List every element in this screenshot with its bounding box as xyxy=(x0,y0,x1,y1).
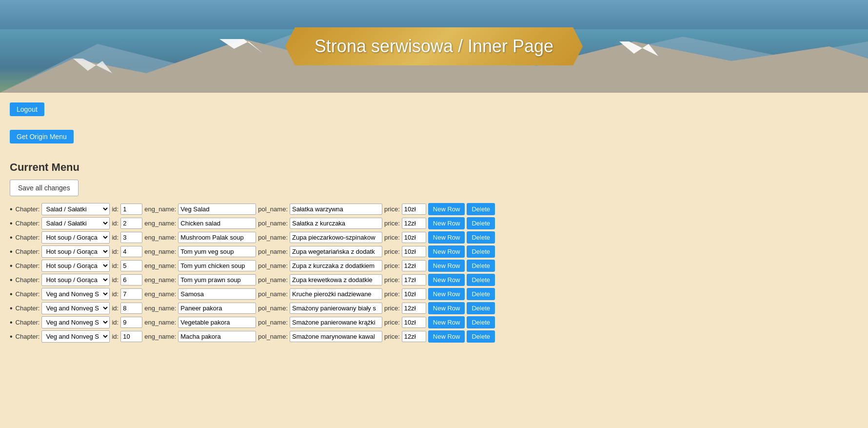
pol-name-input[interactable] xyxy=(290,303,382,314)
eng-name-label: eng_name: xyxy=(144,290,176,298)
pol-name-input[interactable] xyxy=(290,331,382,342)
id-input[interactable] xyxy=(120,260,142,271)
pol-name-input[interactable] xyxy=(290,288,382,300)
chapter-select[interactable]: Salad / SałatkiHot soup / GorącaVeg and … xyxy=(41,330,110,343)
new-row-button[interactable]: New Row xyxy=(428,316,465,328)
new-row-button[interactable]: New Row xyxy=(428,245,465,258)
chapter-select[interactable]: Salad / SałatkiHot soup / GorącaVeg and … xyxy=(41,245,110,258)
price-label: price: xyxy=(384,305,400,312)
eng-name-input[interactable] xyxy=(178,274,256,285)
id-label: id: xyxy=(112,234,118,241)
new-row-button[interactable]: New Row xyxy=(428,288,465,300)
id-input[interactable] xyxy=(120,246,142,257)
delete-button[interactable]: Delete xyxy=(467,288,495,300)
chapter-select[interactable]: Salad / SałatkiHot soup / GorącaVeg and … xyxy=(41,274,110,286)
page-header: Strona serwisowa / Inner Page xyxy=(0,0,868,93)
id-input[interactable] xyxy=(120,303,142,314)
pol-name-input[interactable] xyxy=(290,246,382,257)
new-row-button[interactable]: New Row xyxy=(428,217,465,229)
price-label: price: xyxy=(384,248,400,255)
eng-name-label: eng_name: xyxy=(144,333,176,340)
price-input[interactable] xyxy=(402,274,426,285)
new-row-button[interactable]: New Row xyxy=(428,260,465,272)
pol-name-label: pol_name: xyxy=(258,305,288,312)
price-input[interactable] xyxy=(402,331,426,342)
pol-name-label: pol_name: xyxy=(258,333,288,340)
new-row-button[interactable]: New Row xyxy=(428,274,465,286)
id-input[interactable] xyxy=(120,317,142,328)
new-row-button[interactable]: New Row xyxy=(428,203,465,215)
id-input[interactable] xyxy=(120,288,142,300)
delete-button[interactable]: Delete xyxy=(467,302,495,314)
new-row-button[interactable]: New Row xyxy=(428,330,465,343)
eng-name-input[interactable] xyxy=(178,232,256,243)
new-row-button[interactable]: New Row xyxy=(428,231,465,244)
eng-name-input[interactable] xyxy=(178,331,256,342)
eng-name-input[interactable] xyxy=(178,303,256,314)
chapter-select[interactable]: Salad / SałatkiHot soup / GorącaVeg and … xyxy=(41,217,110,229)
id-input[interactable] xyxy=(120,232,142,243)
pol-name-label: pol_name: xyxy=(258,290,288,298)
logout-button[interactable]: Logout xyxy=(10,102,44,116)
eng-name-input[interactable] xyxy=(178,288,256,300)
menu-row: •Chapter:Salad / SałatkiHot soup / Gorąc… xyxy=(10,330,858,343)
price-label: price: xyxy=(384,262,400,269)
eng-name-input[interactable] xyxy=(178,246,256,257)
delete-button[interactable]: Delete xyxy=(467,217,495,229)
price-input[interactable] xyxy=(402,218,426,229)
delete-button[interactable]: Delete xyxy=(467,260,495,272)
price-label: price: xyxy=(384,205,400,213)
delete-button[interactable]: Delete xyxy=(467,245,495,258)
chapter-select[interactable]: Salad / SałatkiHot soup / GorącaVeg and … xyxy=(41,288,110,300)
pol-name-label: pol_name: xyxy=(258,319,288,326)
menu-row: •Chapter:Salad / SałatkiHot soup / Gorąc… xyxy=(10,203,858,215)
pol-name-input[interactable] xyxy=(290,260,382,271)
page-banner: Strona serwisowa / Inner Page xyxy=(285,27,583,65)
id-input[interactable] xyxy=(120,331,142,342)
id-input[interactable] xyxy=(120,204,142,215)
delete-button[interactable]: Delete xyxy=(467,274,495,286)
delete-button[interactable]: Delete xyxy=(467,316,495,328)
price-input[interactable] xyxy=(402,317,426,328)
pol-name-input[interactable] xyxy=(290,317,382,328)
new-row-button[interactable]: New Row xyxy=(428,302,465,314)
eng-name-input[interactable] xyxy=(178,218,256,229)
pol-name-input[interactable] xyxy=(290,232,382,243)
price-input[interactable] xyxy=(402,288,426,300)
chapter-select[interactable]: Salad / SałatkiHot soup / GorącaVeg and … xyxy=(41,231,110,244)
delete-button[interactable]: Delete xyxy=(467,203,495,215)
price-input[interactable] xyxy=(402,204,426,215)
row-bullet: • xyxy=(10,304,13,313)
main-content: Logout Get Origin Menu Current Menu Save… xyxy=(0,93,868,352)
id-input[interactable] xyxy=(120,218,142,229)
row-bullet: • xyxy=(10,233,13,242)
eng-name-input[interactable] xyxy=(178,204,256,215)
eng-name-input[interactable] xyxy=(178,317,256,328)
row-bullet: • xyxy=(10,318,13,327)
chapter-select[interactable]: Salad / SałatkiHot soup / GorącaVeg and … xyxy=(41,203,110,215)
chapter-select[interactable]: Salad / SałatkiHot soup / GorącaVeg and … xyxy=(41,316,110,328)
id-input[interactable] xyxy=(120,274,142,285)
eng-name-label: eng_name: xyxy=(144,234,176,241)
delete-button[interactable]: Delete xyxy=(467,330,495,343)
delete-button[interactable]: Delete xyxy=(467,231,495,244)
eng-name-label: eng_name: xyxy=(144,305,176,312)
eng-name-input[interactable] xyxy=(178,260,256,271)
chapter-select[interactable]: Salad / SałatkiHot soup / GorącaVeg and … xyxy=(41,302,110,314)
chapter-select[interactable]: Salad / SałatkiHot soup / GorącaVeg and … xyxy=(41,260,110,272)
pol-name-input[interactable] xyxy=(290,204,382,215)
pol-name-input[interactable] xyxy=(290,274,382,285)
save-all-changes-button[interactable]: Save all changes xyxy=(10,180,79,196)
eng-name-label: eng_name: xyxy=(144,319,176,326)
get-origin-menu-button[interactable]: Get Origin Menu xyxy=(10,130,74,143)
pol-name-input[interactable] xyxy=(290,218,382,229)
price-label: price: xyxy=(384,234,400,241)
eng-name-label: eng_name: xyxy=(144,276,176,284)
price-input[interactable] xyxy=(402,232,426,243)
row-bullet: • xyxy=(10,332,13,341)
chapter-label: Chapter: xyxy=(16,220,40,227)
price-input[interactable] xyxy=(402,303,426,314)
price-input[interactable] xyxy=(402,260,426,271)
price-input[interactable] xyxy=(402,246,426,257)
row-bullet: • xyxy=(10,247,13,256)
